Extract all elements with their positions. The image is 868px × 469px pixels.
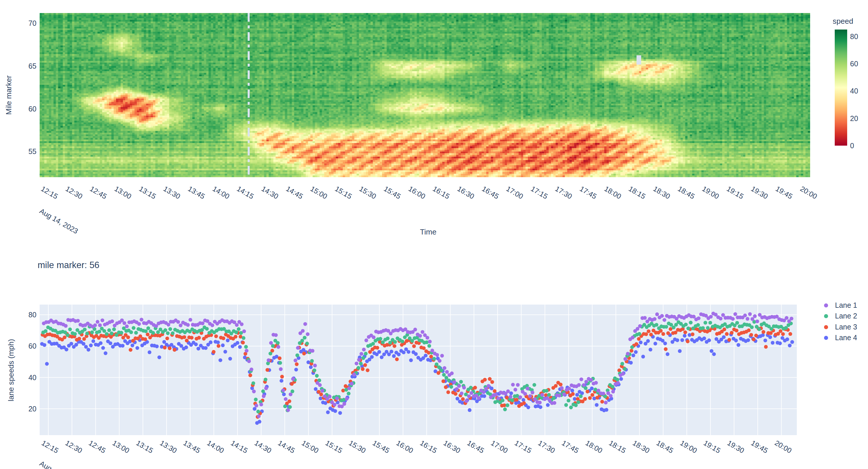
- legend-marker-icon: [824, 314, 828, 318]
- scatter-x-tick: 18:15: [608, 439, 627, 455]
- colorbar-tick: 0: [850, 142, 854, 150]
- scatter-x-tick: 13:45: [182, 439, 202, 455]
- colorbar-tick: 60: [850, 60, 858, 68]
- heatmap-x-tick: 13:15: [137, 184, 157, 201]
- heatmap-x-tick: 16:30: [456, 184, 476, 201]
- scatter-y-tick: 20: [16, 405, 36, 413]
- heatmap-x-tick: 17:15: [529, 184, 549, 201]
- missing-data-cell: [637, 55, 641, 64]
- heatmap-y-tick: 55: [16, 147, 36, 156]
- scatter-y-tick: 60: [16, 342, 36, 350]
- heatmap-chart: 70656055 12:1512:3012:4513:0013:1513:301…: [0, 0, 868, 243]
- heatmap-x-tick: 14:00: [211, 184, 231, 201]
- scatter-y-tick: 80: [16, 311, 36, 319]
- scatter-x-tick: 18:00: [584, 439, 604, 455]
- heatmap-x-tick: 18:30: [652, 184, 672, 201]
- scatter-x-tick: 14:30: [253, 439, 273, 455]
- legend-marker-icon: [824, 336, 828, 340]
- heatmap-x-tick: 12:45: [89, 184, 108, 201]
- scatter-x-tick: 15:30: [347, 439, 368, 455]
- time-marker-dashed-line: [248, 13, 250, 177]
- heatmap-x-tick: 19:30: [750, 184, 770, 201]
- legend-label: Lane 2: [835, 312, 857, 320]
- scatter-x-tick: 17:00: [489, 439, 509, 455]
- scatter-x-tick: 12:45: [87, 439, 107, 455]
- scatter-x-tick: 16:15: [418, 439, 438, 455]
- scatter-x-tick: 17:15: [513, 439, 533, 455]
- heatmap-x-tick: 13:45: [186, 184, 206, 201]
- heatmap-x-tick: 12:15: [40, 184, 60, 201]
- heatmap-x-tick: 14:45: [284, 184, 304, 201]
- scatter-plot-area[interactable]: [40, 304, 797, 435]
- traffic-speed-dashboard: { "page": { "date_shown": "Aug 14, 2023"…: [0, 0, 868, 469]
- legend-label: Lane 3: [835, 323, 857, 331]
- heatmap-plot-area[interactable]: [40, 13, 810, 177]
- scatter-x-tick: 19:30: [726, 439, 746, 455]
- heatmap-x-tick: 17:45: [578, 184, 598, 201]
- legend-label: Lane 1: [835, 301, 857, 310]
- colorbar-tick: 40: [850, 87, 858, 95]
- scatter-x-tick: 16:30: [442, 439, 462, 455]
- scatter-x-tick: 15:45: [371, 439, 391, 455]
- heatmap-x-tick: 15:15: [333, 184, 353, 201]
- scatter-x-tick: 16:00: [395, 439, 414, 455]
- heatmap-x-tick: 14:15: [236, 184, 255, 201]
- heatmap-x-tick: 13:30: [162, 184, 182, 201]
- scatter-y-axis-title: lane speeds (mph): [7, 310, 16, 431]
- heatmap-y-tick: 70: [16, 19, 36, 28]
- scatter-x-tick: 12:15: [40, 439, 60, 455]
- heatmap-y-tick: 60: [16, 105, 36, 113]
- legend-label: Lane 4: [835, 333, 857, 342]
- heatmap-x-tick: 16:00: [407, 184, 427, 201]
- heatmap-x-tick: 19:00: [701, 184, 721, 201]
- lane-speeds-chart: 80604020 12:1512:3012:4513:0013:1513:301…: [0, 295, 868, 469]
- heatmap-x-tick: 12:30: [64, 184, 84, 201]
- scatter-x-tick: 14:15: [229, 439, 249, 455]
- heatmap-x-tick: 19:15: [725, 184, 745, 201]
- scatter-x-tick: 13:15: [134, 439, 155, 455]
- scatter-x-tick: 19:15: [702, 439, 722, 455]
- legend-marker-icon: [824, 303, 828, 307]
- scatter-y-tick: 40: [16, 374, 36, 382]
- heatmap-x-tick: 19:45: [774, 184, 794, 201]
- scatter-x-tick: 18:45: [655, 439, 675, 455]
- heatmap-x-tick: 17:30: [554, 184, 574, 201]
- heatmap-x-tick: 17:00: [505, 184, 525, 201]
- heatmap-x-tick: 13:00: [113, 184, 133, 201]
- scatter-x-tick: 16:45: [466, 439, 486, 455]
- colorbar-tick: 80: [850, 32, 858, 41]
- scatter-x-tick: 14:00: [206, 439, 226, 455]
- colorbar-title: speed: [833, 17, 853, 26]
- heatmap-y-tick: 65: [16, 62, 36, 70]
- heatmap-x-tick: 15:30: [358, 184, 378, 201]
- heatmap-x-tick: 16:45: [480, 184, 500, 201]
- heatmap-x-tick: 18:45: [676, 184, 696, 201]
- scatter-x-tick: 17:45: [560, 439, 580, 455]
- colorbar-tick: 20: [850, 114, 858, 123]
- scatter-x-tick: 19:45: [749, 439, 769, 455]
- scatter-x-tick: 12:30: [64, 439, 84, 455]
- scatter-x-tick: 20:00: [773, 439, 793, 455]
- heatmap-x-tick: 15:45: [382, 184, 402, 201]
- scatter-x-tick: 13:00: [111, 439, 131, 455]
- scatter-x-axis-date-label: Aug 14, 2023: [38, 459, 80, 469]
- scatter-x-tick: 15:00: [300, 439, 320, 455]
- scatter-x-tick: 19:00: [679, 439, 699, 455]
- scatter-x-tick: 15:15: [324, 439, 344, 455]
- heatmap-x-axis-date-label: Aug 14, 2023: [38, 207, 80, 235]
- heatmap-x-tick: 14:30: [260, 184, 280, 201]
- scatter-x-tick: 18:30: [631, 439, 651, 455]
- heatmap-x-axis-title: Time: [399, 228, 457, 237]
- legend-marker-icon: [824, 325, 828, 329]
- scatter-chart-title: mile marker: 56: [38, 260, 99, 270]
- speed-colorbar: [835, 30, 847, 146]
- scatter-x-tick: 14:45: [277, 439, 297, 455]
- scatter-x-tick: 17:30: [537, 439, 557, 455]
- heatmap-y-axis-title: Mile marker: [4, 34, 13, 156]
- heatmap-x-tick: 20:00: [799, 184, 818, 201]
- heatmap-x-tick: 18:00: [603, 184, 623, 201]
- heatmap-x-tick: 16:15: [431, 184, 452, 201]
- scatter-x-tick: 13:30: [158, 439, 178, 455]
- heatmap-x-tick: 15:00: [309, 184, 329, 201]
- heatmap-x-tick: 18:15: [627, 184, 647, 201]
